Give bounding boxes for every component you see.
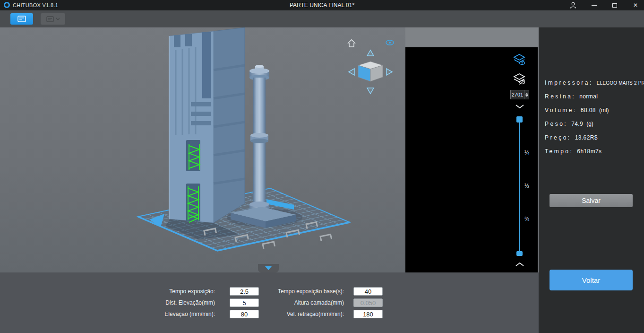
printer-info-row: Impressora: ELEGOO MARS 2 PRO — [545, 79, 644, 86]
slice-settings-button[interactable] — [10, 13, 33, 25]
price-label: Preço: — [545, 134, 571, 141]
layer-slider-upper-handle[interactable] — [516, 116, 523, 123]
app-name: CHITUBOX V1.8.1 — [13, 2, 58, 8]
layers-visible-icon — [513, 53, 525, 66]
exposure-time-input[interactable] — [230, 287, 259, 296]
layer-step-up-button[interactable] — [515, 262, 524, 267]
settings-panel-collapse-tab[interactable] — [258, 264, 279, 272]
fraction-half-label: ½ — [524, 183, 529, 189]
exposure-time-label: Tempo exposição: — [130, 287, 215, 296]
printer-label: Impressora: — [545, 79, 593, 86]
layer-height-input — [353, 298, 383, 307]
volume-value: 68.08 — [581, 107, 596, 114]
home-view-icon[interactable] — [348, 40, 355, 47]
layers-hidden-icon — [513, 73, 525, 85]
maximize-button[interactable] — [611, 1, 618, 9]
lift-distance-label: Dist. Elevação(mm) — [130, 298, 215, 307]
layer-slider-lower-handle[interactable] — [516, 251, 523, 256]
price-info-row: Preço: 13.62R$ — [545, 134, 598, 141]
minimize-icon — [592, 5, 597, 6]
collapse-triangle-icon — [265, 266, 272, 270]
back-button[interactable]: Voltar — [550, 270, 633, 290]
layer-number-spinner[interactable]: 2701 — [510, 90, 529, 99]
layer-preview-panel: 2701 ¼ ½ ¾ — [405, 27, 539, 272]
volume-info-row: Volume: 68.08 (ml) — [545, 107, 609, 114]
hide-layers-button[interactable] — [513, 73, 525, 85]
volume-label: Volume: — [545, 107, 577, 114]
rotate-up-arrow-icon[interactable] — [367, 50, 374, 56]
time-label: Tempo: — [545, 148, 573, 155]
lift-speed-label: Elevação (mm/min): — [130, 310, 215, 318]
time-info-row: Tempo: 6h18m7s — [545, 148, 602, 155]
lift-speed-input[interactable] — [230, 310, 259, 318]
layer-decrement-icon[interactable] — [525, 95, 528, 97]
current-layer-value: 2701 — [511, 92, 524, 97]
resin-info-row: Resina: normal — [545, 93, 598, 100]
fraction-three-quarter-label: ¾ — [524, 216, 529, 222]
dropdown-chevron-icon — [56, 18, 60, 20]
export-sliced-file-button[interactable] — [41, 13, 65, 25]
rotate-right-arrow-icon[interactable] — [386, 69, 392, 75]
volume-unit: (ml) — [599, 107, 609, 114]
toolbar — [0, 10, 644, 27]
view-cube[interactable] — [358, 61, 383, 81]
chevron-up-icon — [515, 262, 524, 267]
chitubox-logo-icon — [4, 2, 10, 8]
layer-step-down-button[interactable] — [515, 104, 524, 109]
print-settings-panel: Tempo exposição: Dist. Elevação(mm) Elev… — [0, 272, 539, 333]
fraction-quarter-label: ¼ — [524, 149, 529, 156]
maximize-icon — [612, 3, 617, 8]
show-all-layers-button[interactable] — [513, 53, 525, 66]
weight-info-row: Peso: 74.9 (g) — [545, 121, 593, 127]
bottom-exposure-time-label: Tempo exposição base(s): — [259, 287, 344, 296]
model-tower[interactable] — [169, 27, 245, 223]
minimize-button[interactable] — [590, 1, 598, 9]
price-value: 13.62R$ — [575, 134, 598, 141]
print-info-sidebar: Impressora: ELEGOO MARS 2 PRO Resina: no… — [539, 27, 644, 333]
user-account-button[interactable] — [569, 1, 577, 9]
navigation-gizmo[interactable] — [344, 37, 397, 96]
slice-settings-icon — [17, 16, 26, 22]
lift-distance-input[interactable] — [230, 298, 259, 307]
layer-height-label: Altura camada(mm) — [259, 298, 344, 307]
close-button[interactable]: ✕ — [632, 1, 639, 9]
export-sliced-file-icon — [46, 16, 54, 22]
save-button[interactable]: Salvar — [550, 194, 633, 207]
bottom-exposure-time-input[interactable] — [353, 287, 383, 296]
perspective-eye-icon[interactable] — [386, 40, 394, 45]
rotate-left-arrow-icon[interactable] — [349, 69, 354, 75]
printer-value: ELEGOO MARS 2 PRO — [597, 80, 644, 86]
layer-slider-track[interactable] — [519, 119, 520, 253]
weight-unit: (g) — [586, 121, 593, 127]
rotate-down-arrow-icon[interactable] — [367, 88, 374, 94]
viewport-3d[interactable] — [0, 27, 405, 272]
chevron-down-icon — [515, 104, 524, 109]
weight-value: 74.9 — [571, 121, 583, 127]
title-bar: CHITUBOX V1.8.1 PARTE UNICA FINAL 01* ✕ — [0, 0, 644, 10]
user-icon — [570, 2, 576, 9]
layer-increment-icon[interactable] — [525, 93, 528, 95]
retract-speed-label: Vel. retração(mm/min): — [259, 310, 344, 318]
resin-value: normal — [579, 93, 598, 100]
retract-speed-input[interactable] — [353, 310, 383, 318]
time-value: 6h18m7s — [577, 148, 601, 155]
resin-label: Resina: — [545, 93, 575, 100]
document-title: PARTE UNICA FINAL 01* — [290, 2, 354, 9]
weight-label: Peso: — [545, 121, 567, 127]
